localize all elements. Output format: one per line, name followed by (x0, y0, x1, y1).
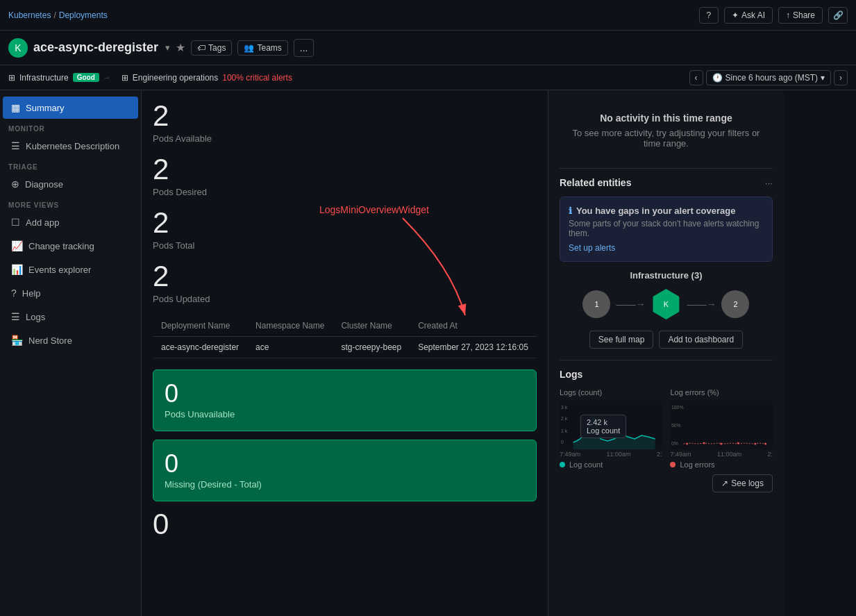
related-entities-title: Related entities (560, 177, 631, 188)
cell-deployment-name: ace-async-deregister (153, 337, 247, 358)
logs-grid: Logs (count) 3 k 2 k 1 k 0 (560, 388, 773, 469)
more-button[interactable]: ... (294, 39, 314, 57)
missing-value: 0 (165, 451, 525, 476)
infra-node-2: 2 (721, 290, 749, 318)
time-label-3: 2: (657, 451, 662, 458)
pods-updated-value: 2 (153, 262, 537, 291)
set-up-alerts-link[interactable]: Set up alerts (569, 243, 615, 253)
log-count-title: Logs (count) (560, 388, 662, 397)
logs-title: Logs (560, 369, 773, 380)
add-dashboard-button[interactable]: Add to dashboard (659, 331, 743, 349)
breadcrumb-deployments[interactable]: Deployments (59, 10, 108, 20)
col-created-at: Created At (410, 315, 537, 337)
cell-namespace-name: ace (247, 337, 333, 358)
breadcrumb: Kubernetes / Deployments (8, 10, 108, 20)
ai-icon: ✦ (732, 10, 739, 20)
log-count-x-labels: 7:49am 11:00am 2: (560, 451, 662, 458)
svg-point-13 (755, 443, 757, 445)
divider-2 (560, 360, 773, 360)
sidebar-item-add-app[interactable]: ☐ Add app (3, 211, 138, 233)
infra-diagram: 1 ——→ K ——→ 2 (560, 289, 773, 319)
col-namespace-name: Namespace Name (247, 315, 333, 337)
infra-node-1: 1 (582, 290, 610, 318)
infrastructure-status: Good (73, 73, 99, 82)
sidebar-item-summary[interactable]: ▦ Summary (3, 97, 138, 119)
related-entities-header: Related entities ··· (560, 177, 773, 188)
right-panel: No activity in this time range To see mo… (548, 90, 784, 616)
sidebar-item-diagnose[interactable]: ⊕ Diagnose (3, 173, 138, 195)
ask-ai-button[interactable]: ✦ Ask AI (724, 7, 773, 24)
sidebar-item-change-tracking[interactable]: 📈 Change tracking (3, 235, 138, 257)
pods-total-value: 2 (153, 208, 537, 238)
external-link-icon: ↗ (721, 478, 728, 488)
change-tracking-icon: 📈 (11, 240, 23, 251)
log-errors-x-labels: 7:49am 11:00am 2: (670, 451, 773, 458)
sidebar-item-nerd-store[interactable]: 🏪 Nerd Store (3, 329, 138, 351)
infrastructure-title: Infrastructure (3) (560, 270, 773, 281)
log-errors-legend-label: Log errors (680, 460, 714, 469)
breadcrumb-kubernetes[interactable]: Kubernetes (8, 10, 51, 20)
infrastructure-env[interactable]: ⊞ Infrastructure Good → (8, 73, 110, 83)
pods-updated-label: Pods Updated (153, 294, 537, 304)
infra-arrow-2: ——→ (687, 299, 716, 310)
share-icon: ↑ (786, 10, 790, 20)
col-deployment-name: Deployment Name (153, 315, 247, 337)
pods-ready-value: 0 (153, 510, 537, 539)
svg-point-9 (687, 443, 689, 445)
time-prev-button[interactable]: ‹ (689, 70, 703, 85)
pods-available-metric: 2 Pods Available (153, 101, 537, 144)
tag-icon: 🏷 (197, 43, 205, 53)
help-sidebar-icon: ? (11, 288, 17, 299)
engineering-env[interactable]: ⊞ Engineering operations 100% critical a… (121, 73, 292, 83)
log-errors-dot (670, 462, 675, 467)
pods-desired-value: 2 (153, 155, 537, 184)
app-name: ace-async-deregister (33, 40, 158, 55)
table-row[interactable]: ace-async-deregister ace stg-creepy-beep… (153, 337, 537, 358)
divider-1 (560, 168, 773, 169)
log-errors-chart-area: 100% 50% 0% (670, 401, 773, 449)
add-app-icon: ☐ (11, 217, 20, 228)
log-count-chart-area: 3 k 2 k 1 k 0 (560, 401, 662, 449)
sidebar-item-kubernetes-desc[interactable]: ☰ Kubernetes Description (3, 135, 138, 157)
svg-point-11 (721, 443, 723, 445)
col-cluster-name: Cluster Name (333, 315, 410, 337)
time-range-button[interactable]: 🕐 Since 6 hours ago (MST) ▾ (706, 70, 831, 85)
k8s-icon: ☰ (11, 140, 20, 151)
pods-desired-label: Pods Desired (153, 187, 537, 197)
star-button[interactable]: ★ (176, 41, 185, 54)
sidebar-item-events-explorer[interactable]: 📊 Events explorer (3, 258, 138, 281)
sidebar-item-help[interactable]: ? Help (3, 282, 138, 304)
see-full-map-button[interactable]: See full map (589, 331, 654, 349)
time-label-e2: 11:00am (717, 451, 741, 458)
svg-text:2 k: 2 k (561, 416, 568, 421)
svg-text:1 k: 1 k (561, 428, 568, 433)
svg-point-10 (703, 442, 705, 444)
pods-updated-metric: 2 Pods Updated (153, 262, 537, 304)
triage-section-label: TRIAGE (0, 158, 141, 172)
missing-card: 0 Missing (Desired - Total) (153, 440, 537, 501)
sidebar-item-logs[interactable]: ☰ Logs (3, 306, 138, 328)
main-layout: ▦ Summary MONITOR ☰ Kubernetes Descripti… (0, 90, 856, 616)
alert-desc: Some parts of your stack don't have aler… (569, 219, 764, 238)
deployment-table: Deployment Name Namespace Name Cluster N… (153, 315, 537, 358)
svg-text:50%: 50% (671, 423, 681, 428)
link-button[interactable]: 🔗 (828, 7, 848, 24)
pods-unavailable-label: Pods Unavailable (165, 409, 525, 419)
svg-point-12 (737, 442, 739, 444)
related-more-button[interactable]: ··· (765, 178, 773, 188)
pods-unavailable-card: 0 Pods Unavailable (153, 369, 537, 431)
help-button[interactable]: ? (699, 7, 719, 24)
log-count-dot (560, 462, 565, 467)
see-logs-button[interactable]: ↗ See logs (712, 474, 773, 492)
teams-button[interactable]: 👥 Teams (237, 40, 287, 56)
breadcrumb-separator: / (53, 10, 56, 20)
time-next-button[interactable]: › (834, 70, 848, 85)
share-button[interactable]: ↑ Share (778, 7, 823, 24)
monitor-section-label: MONITOR (0, 119, 141, 134)
app-name-caret[interactable]: ▾ (165, 42, 170, 53)
sidebar: ▦ Summary MONITOR ☰ Kubernetes Descripti… (0, 90, 142, 616)
log-count-legend-label: Log count (569, 460, 603, 469)
tags-button[interactable]: 🏷 Tags (191, 40, 232, 56)
svg-text:0: 0 (561, 440, 564, 444)
log-errors-legend: Log errors (670, 460, 773, 469)
